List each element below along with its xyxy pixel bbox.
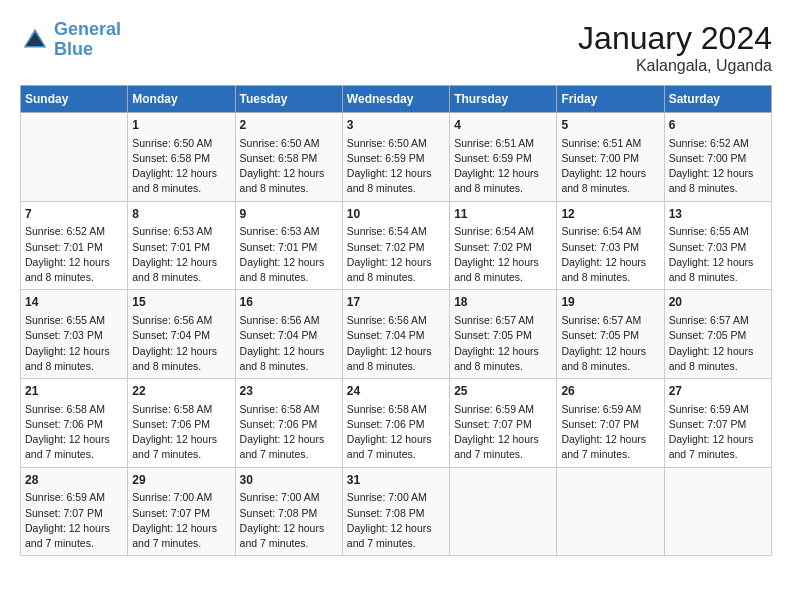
day-info: Sunrise: 6:53 AMSunset: 7:01 PMDaylight:… — [132, 224, 230, 285]
day-number: 8 — [132, 206, 230, 223]
day-number: 21 — [25, 383, 123, 400]
day-header-monday: Monday — [128, 86, 235, 113]
calendar-cell: 3Sunrise: 6:50 AMSunset: 6:59 PMDaylight… — [342, 113, 449, 202]
calendar-cell: 8Sunrise: 6:53 AMSunset: 7:01 PMDaylight… — [128, 201, 235, 290]
day-number: 4 — [454, 117, 552, 134]
day-info: Sunrise: 6:52 AMSunset: 7:01 PMDaylight:… — [25, 224, 123, 285]
day-header-tuesday: Tuesday — [235, 86, 342, 113]
day-info: Sunrise: 6:52 AMSunset: 7:00 PMDaylight:… — [669, 136, 767, 197]
calendar-cell: 13Sunrise: 6:55 AMSunset: 7:03 PMDayligh… — [664, 201, 771, 290]
calendar-cell: 15Sunrise: 6:56 AMSunset: 7:04 PMDayligh… — [128, 290, 235, 379]
calendar-week-row: 28Sunrise: 6:59 AMSunset: 7:07 PMDayligh… — [21, 467, 772, 556]
day-info: Sunrise: 6:57 AMSunset: 7:05 PMDaylight:… — [669, 313, 767, 374]
calendar-cell: 25Sunrise: 6:59 AMSunset: 7:07 PMDayligh… — [450, 379, 557, 468]
day-number: 25 — [454, 383, 552, 400]
calendar-cell: 24Sunrise: 6:58 AMSunset: 7:06 PMDayligh… — [342, 379, 449, 468]
calendar-cell: 1Sunrise: 6:50 AMSunset: 6:58 PMDaylight… — [128, 113, 235, 202]
calendar-cell: 28Sunrise: 6:59 AMSunset: 7:07 PMDayligh… — [21, 467, 128, 556]
day-info: Sunrise: 6:53 AMSunset: 7:01 PMDaylight:… — [240, 224, 338, 285]
day-info: Sunrise: 6:54 AMSunset: 7:02 PMDaylight:… — [454, 224, 552, 285]
day-number: 2 — [240, 117, 338, 134]
day-number: 14 — [25, 294, 123, 311]
day-info: Sunrise: 6:56 AMSunset: 7:04 PMDaylight:… — [132, 313, 230, 374]
calendar-cell: 19Sunrise: 6:57 AMSunset: 7:05 PMDayligh… — [557, 290, 664, 379]
day-number: 28 — [25, 472, 123, 489]
calendar-cell: 11Sunrise: 6:54 AMSunset: 7:02 PMDayligh… — [450, 201, 557, 290]
day-info: Sunrise: 6:56 AMSunset: 7:04 PMDaylight:… — [347, 313, 445, 374]
subtitle: Kalangala, Uganda — [578, 57, 772, 75]
day-number: 18 — [454, 294, 552, 311]
calendar-header-row: SundayMondayTuesdayWednesdayThursdayFrid… — [21, 86, 772, 113]
day-number: 6 — [669, 117, 767, 134]
day-info: Sunrise: 6:54 AMSunset: 7:03 PMDaylight:… — [561, 224, 659, 285]
day-info: Sunrise: 6:59 AMSunset: 7:07 PMDaylight:… — [454, 402, 552, 463]
day-header-thursday: Thursday — [450, 86, 557, 113]
calendar-cell: 21Sunrise: 6:58 AMSunset: 7:06 PMDayligh… — [21, 379, 128, 468]
calendar-cell: 22Sunrise: 6:58 AMSunset: 7:06 PMDayligh… — [128, 379, 235, 468]
day-info: Sunrise: 6:54 AMSunset: 7:02 PMDaylight:… — [347, 224, 445, 285]
day-number: 29 — [132, 472, 230, 489]
calendar-cell: 10Sunrise: 6:54 AMSunset: 7:02 PMDayligh… — [342, 201, 449, 290]
day-number: 19 — [561, 294, 659, 311]
day-header-sunday: Sunday — [21, 86, 128, 113]
calendar-cell — [450, 467, 557, 556]
day-number: 5 — [561, 117, 659, 134]
day-info: Sunrise: 7:00 AMSunset: 7:08 PMDaylight:… — [347, 490, 445, 551]
day-info: Sunrise: 6:57 AMSunset: 7:05 PMDaylight:… — [454, 313, 552, 374]
day-info: Sunrise: 6:51 AMSunset: 6:59 PMDaylight:… — [454, 136, 552, 197]
calendar-cell — [557, 467, 664, 556]
day-number: 11 — [454, 206, 552, 223]
day-info: Sunrise: 6:59 AMSunset: 7:07 PMDaylight:… — [669, 402, 767, 463]
day-info: Sunrise: 6:58 AMSunset: 7:06 PMDaylight:… — [240, 402, 338, 463]
day-number: 26 — [561, 383, 659, 400]
calendar-cell: 29Sunrise: 7:00 AMSunset: 7:07 PMDayligh… — [128, 467, 235, 556]
calendar-week-row: 7Sunrise: 6:52 AMSunset: 7:01 PMDaylight… — [21, 201, 772, 290]
day-info: Sunrise: 7:00 AMSunset: 7:08 PMDaylight:… — [240, 490, 338, 551]
day-header-wednesday: Wednesday — [342, 86, 449, 113]
day-number: 12 — [561, 206, 659, 223]
main-title: January 2024 — [578, 20, 772, 57]
calendar-cell — [664, 467, 771, 556]
calendar-cell: 2Sunrise: 6:50 AMSunset: 6:58 PMDaylight… — [235, 113, 342, 202]
calendar-cell: 30Sunrise: 7:00 AMSunset: 7:08 PMDayligh… — [235, 467, 342, 556]
day-number: 31 — [347, 472, 445, 489]
calendar-cell: 26Sunrise: 6:59 AMSunset: 7:07 PMDayligh… — [557, 379, 664, 468]
day-info: Sunrise: 6:50 AMSunset: 6:58 PMDaylight:… — [240, 136, 338, 197]
calendar-cell: 7Sunrise: 6:52 AMSunset: 7:01 PMDaylight… — [21, 201, 128, 290]
day-number: 3 — [347, 117, 445, 134]
calendar-cell: 14Sunrise: 6:55 AMSunset: 7:03 PMDayligh… — [21, 290, 128, 379]
calendar-week-row: 1Sunrise: 6:50 AMSunset: 6:58 PMDaylight… — [21, 113, 772, 202]
day-number: 27 — [669, 383, 767, 400]
logo-icon — [20, 25, 50, 55]
calendar-table: SundayMondayTuesdayWednesdayThursdayFrid… — [20, 85, 772, 556]
calendar-cell: 16Sunrise: 6:56 AMSunset: 7:04 PMDayligh… — [235, 290, 342, 379]
calendar-cell: 23Sunrise: 6:58 AMSunset: 7:06 PMDayligh… — [235, 379, 342, 468]
day-info: Sunrise: 6:58 AMSunset: 7:06 PMDaylight:… — [347, 402, 445, 463]
calendar-cell: 31Sunrise: 7:00 AMSunset: 7:08 PMDayligh… — [342, 467, 449, 556]
day-number: 1 — [132, 117, 230, 134]
calendar-cell: 20Sunrise: 6:57 AMSunset: 7:05 PMDayligh… — [664, 290, 771, 379]
day-number: 7 — [25, 206, 123, 223]
title-area: January 2024 Kalangala, Uganda — [578, 20, 772, 75]
day-number: 16 — [240, 294, 338, 311]
day-info: Sunrise: 6:55 AMSunset: 7:03 PMDaylight:… — [669, 224, 767, 285]
calendar-cell: 17Sunrise: 6:56 AMSunset: 7:04 PMDayligh… — [342, 290, 449, 379]
day-number: 13 — [669, 206, 767, 223]
day-number: 15 — [132, 294, 230, 311]
calendar-cell: 18Sunrise: 6:57 AMSunset: 7:05 PMDayligh… — [450, 290, 557, 379]
day-info: Sunrise: 6:51 AMSunset: 7:00 PMDaylight:… — [561, 136, 659, 197]
calendar-cell: 27Sunrise: 6:59 AMSunset: 7:07 PMDayligh… — [664, 379, 771, 468]
day-info: Sunrise: 6:59 AMSunset: 7:07 PMDaylight:… — [25, 490, 123, 551]
day-info: Sunrise: 6:58 AMSunset: 7:06 PMDaylight:… — [25, 402, 123, 463]
day-info: Sunrise: 6:58 AMSunset: 7:06 PMDaylight:… — [132, 402, 230, 463]
day-info: Sunrise: 6:59 AMSunset: 7:07 PMDaylight:… — [561, 402, 659, 463]
calendar-cell — [21, 113, 128, 202]
day-number: 23 — [240, 383, 338, 400]
day-info: Sunrise: 6:57 AMSunset: 7:05 PMDaylight:… — [561, 313, 659, 374]
day-info: Sunrise: 6:50 AMSunset: 6:58 PMDaylight:… — [132, 136, 230, 197]
day-info: Sunrise: 6:50 AMSunset: 6:59 PMDaylight:… — [347, 136, 445, 197]
day-info: Sunrise: 7:00 AMSunset: 7:07 PMDaylight:… — [132, 490, 230, 551]
day-info: Sunrise: 6:55 AMSunset: 7:03 PMDaylight:… — [25, 313, 123, 374]
calendar-cell: 6Sunrise: 6:52 AMSunset: 7:00 PMDaylight… — [664, 113, 771, 202]
day-number: 20 — [669, 294, 767, 311]
